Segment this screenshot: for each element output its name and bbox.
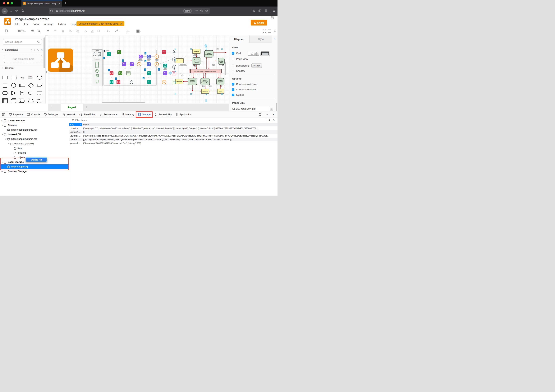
menu-extras[interactable]: Extras bbox=[58, 23, 66, 25]
collapse-panel-button[interactable] bbox=[273, 30, 276, 33]
shadow-checkbox[interactable] bbox=[232, 70, 234, 72]
fill-color-button[interactable] bbox=[84, 30, 88, 33]
scratchpad-drop-area[interactable]: Drag elements here bbox=[4, 55, 42, 63]
menu-file[interactable]: File bbox=[15, 23, 19, 25]
diagram-canvas[interactable]: ActorsUserPayersChannelsMobile / WebAPIW… bbox=[48, 36, 229, 103]
storage-row-drawio[interactable]: .drawio-…{"language":"","configVersion":… bbox=[69, 126, 278, 130]
shape-heading[interactable]: Heading bbox=[27, 74, 35, 81]
column-key[interactable]: Key ▲ bbox=[69, 123, 82, 126]
storage-row-gDriveV[interactable]: .gDriveV…{"current":{"access_token":"ya2… bbox=[69, 134, 278, 138]
expand-triangle-icon[interactable]: ▼ bbox=[8, 143, 10, 145]
unsaved-changes-button[interactable]: Unsaved changes. Click here to save. bbox=[76, 21, 124, 26]
devtools-tab-accessibility[interactable]: Accessibility bbox=[152, 111, 174, 118]
page-tab[interactable]: Page-1 bbox=[61, 104, 83, 111]
tree-item-https-app-diagrams-net[interactable]: https://app.diagrams.net bbox=[0, 127, 69, 132]
forward-button[interactable]: → bbox=[9, 9, 13, 13]
refresh-icon[interactable]: ⟳ bbox=[273, 119, 275, 122]
bookmark-star-icon[interactable] bbox=[205, 9, 208, 12]
to-front-button[interactable] bbox=[69, 30, 73, 33]
line-color-button[interactable] bbox=[91, 30, 94, 33]
shape-diamond[interactable] bbox=[27, 81, 35, 89]
language-globe-icon[interactable] bbox=[270, 16, 274, 20]
tree-item-cookies[interactable]: ▼Cookies bbox=[0, 123, 69, 127]
expand-triangle-icon[interactable]: ▼ bbox=[1, 125, 3, 126]
connection-style-button[interactable]: ▼ bbox=[105, 30, 110, 33]
maximize-window-button[interactable] bbox=[11, 2, 13, 4]
filter-bar[interactable]: Filter items + ⟳ bbox=[69, 118, 278, 123]
minimize-window-button[interactable] bbox=[7, 2, 9, 4]
browser-tab[interactable]: image-examples.drawio - diagra ✕ bbox=[22, 0, 62, 7]
tree-item-indexed-db[interactable]: ▼Indexed DB bbox=[0, 132, 69, 137]
page-actions-icon[interactable]: ••• bbox=[195, 9, 198, 12]
menu-help[interactable]: Help bbox=[71, 23, 76, 25]
scratchpad-actions[interactable]: ?+✎✕ bbox=[30, 49, 43, 52]
tab-close-icon[interactable]: ✕ bbox=[59, 2, 61, 5]
close-icon[interactable]: ✕ bbox=[41, 49, 43, 52]
waypoint-style-button[interactable]: ▼ bbox=[115, 30, 120, 33]
share-button[interactable]: Share bbox=[251, 20, 267, 25]
new-tab-button[interactable]: + bbox=[64, 1, 66, 5]
guides-checkbox[interactable]: ✓ bbox=[232, 94, 234, 96]
storage-row-gDriveA[interactable]: .gDriveA…{} bbox=[69, 130, 278, 134]
menu-view[interactable]: View bbox=[34, 23, 39, 25]
background-image-button[interactable]: Image bbox=[251, 63, 262, 68]
menu-edit[interactable]: Edit bbox=[24, 23, 29, 25]
devtools-menu-icon[interactable]: ⋯ bbox=[265, 113, 268, 116]
home-button[interactable] bbox=[21, 9, 24, 13]
edit-pencil-icon[interactable]: ✎ bbox=[37, 49, 39, 52]
format-columns-button[interactable] bbox=[268, 30, 271, 33]
grid-checkbox[interactable]: ✓ bbox=[232, 52, 234, 55]
shape-trap[interactable] bbox=[27, 97, 35, 103]
tree-item-session-storage[interactable]: ▶Session Storage bbox=[0, 169, 69, 174]
add-item-icon[interactable]: + bbox=[269, 118, 270, 122]
fullscreen-button[interactable] bbox=[263, 30, 266, 33]
background-checkbox[interactable] bbox=[232, 64, 234, 67]
shape-text[interactable]: Text bbox=[18, 74, 26, 81]
expand-triangle-icon[interactable]: ▼ bbox=[1, 161, 3, 163]
expand-triangle-icon[interactable]: ▼ bbox=[5, 138, 6, 140]
tree-item-https-app-diagrams-net[interactable]: ▼https://app.diagrams.net bbox=[0, 137, 69, 141]
view-layout-button[interactable]: ▼ bbox=[5, 30, 10, 33]
devtools-tab-debugger[interactable]: Debugger bbox=[42, 111, 60, 118]
shape-cylinder[interactable] bbox=[18, 89, 26, 97]
storage-row-pusherT[interactable]: pusherT…{"timestamp":1606061051833,"tran… bbox=[69, 141, 278, 145]
zoom-level-badge[interactable]: 110% bbox=[183, 9, 192, 13]
pocket-icon[interactable] bbox=[200, 9, 203, 12]
pages-menu-icon[interactable]: ⋮ bbox=[51, 105, 53, 109]
shape-ellipse[interactable] bbox=[35, 74, 44, 81]
storage-row-recent[interactable]: .recent[{"id":"Lgitflow-examples.drawio"… bbox=[69, 138, 278, 141]
tree-item-database-default-[interactable]: ▼database (default) bbox=[0, 141, 69, 146]
tree-item-filesinfo[interactable]: filesInfo bbox=[0, 151, 69, 155]
devtools-tab-network[interactable]: Network bbox=[60, 111, 77, 118]
tree-item-https-app-diag[interactable]: https://app.diag bbox=[0, 164, 69, 169]
shape-cube[interactable] bbox=[9, 97, 18, 103]
tree-item-files[interactable]: files bbox=[0, 146, 69, 151]
devtools-tab-storage[interactable]: Storage bbox=[136, 111, 153, 118]
panel-resize-handle[interactable]: ‖ bbox=[46, 71, 47, 73]
devtools-tab-memory[interactable]: Memory bbox=[119, 111, 136, 118]
shape-para[interactable] bbox=[35, 81, 44, 89]
shape-step[interactable] bbox=[18, 97, 26, 103]
shield-icon[interactable] bbox=[50, 9, 53, 12]
library-icon[interactable] bbox=[252, 9, 255, 13]
shape-rect[interactable] bbox=[1, 74, 9, 81]
table-button[interactable]: ▼ bbox=[136, 30, 141, 33]
to-back-button[interactable] bbox=[76, 30, 79, 33]
close-panel-icon[interactable]: ✕ bbox=[273, 37, 276, 40]
responsive-design-icon[interactable] bbox=[259, 113, 262, 116]
zoom-select-button[interactable]: 100%▼ bbox=[18, 30, 26, 33]
shape-tape[interactable] bbox=[35, 97, 44, 103]
help-icon[interactable]: ? bbox=[30, 49, 32, 52]
pick-element-icon[interactable] bbox=[0, 111, 7, 118]
hamburger-menu-icon[interactable] bbox=[272, 9, 276, 13]
reload-button[interactable]: ⟳ bbox=[15, 9, 18, 13]
shape-square[interactable] bbox=[1, 81, 9, 89]
context-menu-delete-all[interactable]: Delete All bbox=[26, 158, 47, 162]
url-text[interactable]: https://app.diagrams.net bbox=[59, 10, 85, 12]
add-icon[interactable]: + bbox=[34, 49, 35, 52]
shape-circle[interactable] bbox=[9, 81, 18, 89]
connection-points-checkbox[interactable]: ✓ bbox=[232, 88, 234, 91]
zoom-out-button[interactable] bbox=[37, 30, 41, 33]
expand-triangle-icon[interactable]: ▶ bbox=[1, 120, 3, 122]
redo-button[interactable] bbox=[53, 30, 56, 33]
